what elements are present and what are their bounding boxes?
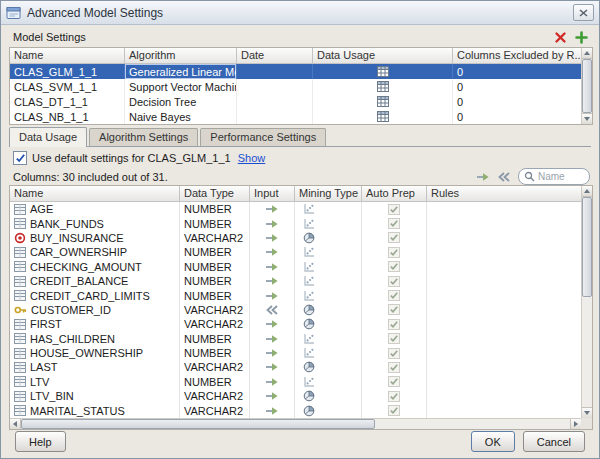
auto-prep-cell[interactable] — [362, 332, 427, 346]
mining-type-cell[interactable] — [295, 245, 362, 259]
attribute-row-AGE[interactable]: AGENUMBER — [10, 202, 581, 216]
attribute-row-HOUSE_OWNERSHIP[interactable]: HOUSE_OWNERSHIPNUMBER — [10, 346, 581, 360]
input-cell[interactable] — [250, 245, 295, 259]
auto-prep-cell[interactable] — [362, 288, 427, 302]
mining-type-cell[interactable] — [295, 303, 362, 317]
attribute-row-BUY_INSURANCE[interactable]: BUY_INSURANCEVARCHAR2 — [10, 231, 581, 245]
mining-type-cell[interactable] — [295, 346, 362, 360]
ok-button[interactable]: OK — [471, 431, 515, 452]
input-cell[interactable] — [250, 288, 295, 302]
model-row-CLAS_NB_1_1[interactable]: CLAS_NB_1_1Naive Bayes0 — [10, 109, 581, 124]
auto-prep-cell[interactable] — [362, 202, 427, 216]
close-button[interactable] — [573, 4, 594, 21]
auto-prep-cell[interactable] — [362, 375, 427, 389]
scroll-down-arrow-icon[interactable] — [582, 407, 592, 418]
input-cell[interactable] — [250, 317, 295, 331]
attribute-row-FIRST[interactable]: FIRSTVARCHAR2 — [10, 317, 581, 331]
scroll-right-arrow-icon[interactable] — [570, 419, 581, 429]
scrollbar-thumb[interactable] — [582, 59, 592, 113]
input-cell[interactable] — [250, 260, 295, 274]
input-cell[interactable] — [250, 403, 295, 417]
mining-type-cell[interactable] — [295, 288, 362, 302]
mining-type-cell[interactable] — [295, 274, 362, 288]
model-col-columns-excluded[interactable]: Columns Excluded by R... — [453, 48, 581, 64]
col-data-type[interactable]: Data Type — [180, 186, 250, 202]
auto-prep-cell[interactable] — [362, 216, 427, 230]
scroll-up-arrow-icon[interactable] — [582, 186, 592, 197]
use-default-checkbox[interactable] — [13, 151, 27, 165]
attribute-row-LTV_BIN[interactable]: LTV_BINVARCHAR2 — [10, 389, 581, 403]
model-col-date[interactable]: Date — [237, 48, 313, 64]
model-row-CLAS_DT_1_1[interactable]: CLAS_DT_1_1Decision Tree0 — [10, 94, 581, 109]
auto-prep-cell[interactable] — [362, 389, 427, 403]
mining-type-cell[interactable] — [295, 202, 362, 216]
auto-prep-cell[interactable] — [362, 303, 427, 317]
auto-prep-cell[interactable] — [362, 260, 427, 274]
auto-prep-cell[interactable] — [362, 231, 427, 245]
show-link[interactable]: Show — [238, 152, 266, 164]
input-cell[interactable] — [250, 216, 295, 230]
col-input[interactable]: Input — [250, 186, 295, 202]
attribute-row-LTV[interactable]: LTVNUMBER — [10, 375, 581, 389]
auto-prep-cell[interactable] — [362, 245, 427, 259]
scroll-down-arrow-icon[interactable] — [582, 113, 592, 124]
col-auto-prep[interactable]: Auto Prep — [362, 186, 427, 202]
mining-type-cell[interactable] — [295, 317, 362, 331]
mining-type-cell[interactable] — [295, 403, 362, 417]
attribute-row-MARITAL_STATUS[interactable]: MARITAL_STATUSVARCHAR2 — [10, 403, 581, 417]
data-usage-vertical-scrollbar[interactable] — [581, 186, 592, 418]
attribute-row-CREDIT_BALANCE[interactable]: CREDIT_BALANCENUMBER — [10, 274, 581, 288]
input-cell[interactable] — [250, 389, 295, 403]
attribute-row-CAR_OWNERSHIP[interactable]: CAR_OWNERSHIPNUMBER — [10, 245, 581, 259]
data-usage-horizontal-scrollbar[interactable] — [10, 418, 581, 429]
col-rules[interactable]: Rules — [427, 186, 581, 202]
input-cell[interactable] — [250, 202, 295, 216]
cancel-button[interactable]: Cancel — [523, 431, 585, 452]
attribute-row-LAST[interactable]: LASTVARCHAR2 — [10, 360, 581, 374]
input-cell[interactable] — [250, 231, 295, 245]
mining-type-cell[interactable] — [295, 216, 362, 230]
mining-type-cell[interactable] — [295, 360, 362, 374]
auto-prep-cell[interactable] — [362, 317, 427, 331]
delete-model-icon[interactable] — [552, 29, 568, 45]
input-cell[interactable] — [250, 332, 295, 346]
scrollbar-thumb[interactable] — [582, 197, 592, 297]
add-model-icon[interactable] — [573, 29, 589, 45]
mining-type-cell[interactable] — [295, 231, 362, 245]
input-cell[interactable] — [250, 303, 295, 317]
model-row-CLAS_SVM_1_1[interactable]: CLAS_SVM_1_1Support Vector Machine0 — [10, 79, 581, 94]
model-col-data-usage[interactable]: Data Usage — [313, 48, 453, 64]
scroll-up-arrow-icon[interactable] — [582, 48, 592, 59]
auto-prep-cell[interactable] — [362, 346, 427, 360]
auto-prep-cell[interactable] — [362, 403, 427, 417]
col-name[interactable]: Name — [10, 186, 180, 202]
input-cell[interactable] — [250, 375, 295, 389]
model-col-name[interactable]: Name — [10, 48, 125, 64]
auto-prep-cell[interactable] — [362, 360, 427, 374]
model-row-CLAS_GLM_1_1[interactable]: CLAS_GLM_1_1Generalized Linear Model0 — [10, 64, 581, 79]
tab-data-usage[interactable]: Data Usage — [9, 127, 87, 147]
scroll-left-arrow-icon[interactable] — [10, 419, 21, 429]
help-button[interactable]: Help — [15, 431, 66, 452]
input-cell[interactable] — [250, 274, 295, 288]
model-col-algorithm[interactable]: Algorithm — [125, 48, 237, 64]
attribute-row-BANK_FUNDS[interactable]: BANK_FUNDSNUMBER — [10, 216, 581, 230]
input-cell[interactable] — [250, 346, 295, 360]
auto-prep-cell[interactable] — [362, 274, 427, 288]
attribute-row-CUSTOMER_ID[interactable]: CUSTOMER_IDVARCHAR2 — [10, 303, 581, 317]
attribute-row-CHECKING_AMOUNT[interactable]: CHECKING_AMOUNTNUMBER — [10, 260, 581, 274]
attribute-row-HAS_CHILDREN[interactable]: HAS_CHILDRENNUMBER — [10, 332, 581, 346]
tab-performance-settings[interactable]: Performance Settings — [200, 128, 326, 146]
scrollbar-thumb[interactable] — [21, 419, 375, 429]
column-search-input[interactable] — [538, 171, 584, 182]
mining-type-cell[interactable] — [295, 260, 362, 274]
mining-type-cell[interactable] — [295, 375, 362, 389]
mining-type-cell[interactable] — [295, 389, 362, 403]
col-mining-type[interactable]: Mining Type — [295, 186, 362, 202]
mining-type-cell[interactable] — [295, 332, 362, 346]
filter-input-icon[interactable] — [475, 169, 491, 185]
filter-exclude-icon[interactable] — [496, 169, 512, 185]
model-table-vertical-scrollbar[interactable] — [581, 48, 592, 124]
input-cell[interactable] — [250, 360, 295, 374]
attribute-row-CREDIT_CARD_LIMITS[interactable]: CREDIT_CARD_LIMITSNUMBER — [10, 288, 581, 302]
